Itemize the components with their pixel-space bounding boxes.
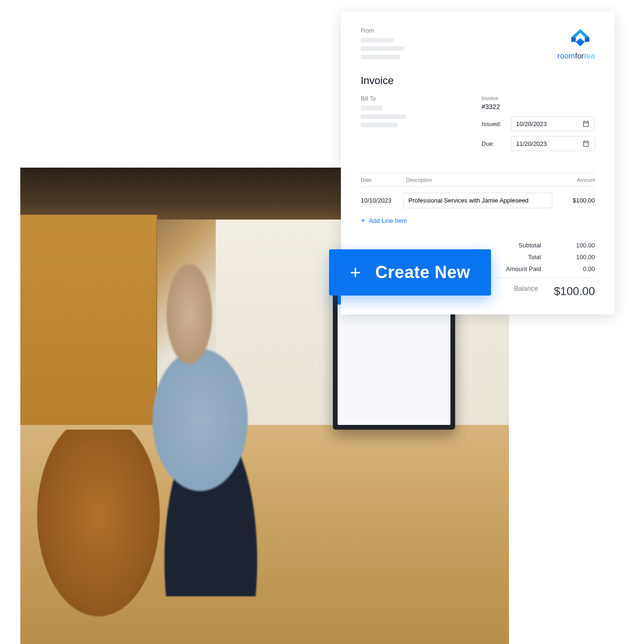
billto-skeleton-line [361, 114, 406, 119]
issued-date-value: 10/20/2023 [516, 120, 547, 127]
invoice-number: #3322 [482, 103, 595, 110]
due-label: Due: [482, 140, 505, 147]
invoice-title: Invoice [361, 75, 595, 87]
calendar-icon [582, 120, 590, 127]
brand-logo-icon [566, 27, 595, 50]
line-item-row: 10/10/2023 $100.00 [361, 187, 595, 214]
billto-skeleton-line [361, 123, 398, 127]
line-item-description-input[interactable] [403, 193, 552, 208]
calendar-icon [582, 140, 590, 147]
col-description-header: Description [403, 177, 552, 183]
from-skeleton-line [361, 38, 394, 42]
from-label: From [361, 27, 404, 34]
issued-date-input[interactable]: 10/20/2023 [511, 116, 595, 131]
billto-label: Bill To [361, 95, 463, 102]
due-date-input[interactable]: 11/20/2023 [511, 136, 595, 151]
line-item-date: 10/10/2023 [361, 197, 403, 204]
create-new-button[interactable]: + Create New [329, 249, 491, 296]
col-date-header: Date [361, 177, 403, 183]
add-line-item-label: Add Line Item [369, 217, 407, 224]
invoice-meta: Invoice #3322 Issued: 10/20/2023 Due: 11… [482, 95, 595, 156]
from-skeleton-line [361, 46, 404, 51]
issued-label: Issued: [482, 120, 505, 127]
svg-marker-3 [576, 38, 585, 46]
due-date-value: 11/20/2023 [516, 140, 547, 147]
line-item-amount: $100.00 [552, 197, 595, 204]
billto-block: Bill To [361, 95, 463, 156]
brand-name: roomfortea [558, 52, 595, 60]
total-value: 100.00 [557, 254, 595, 261]
from-block: From [361, 27, 404, 63]
billto-skeleton-line [361, 106, 382, 110]
create-new-label: Create New [375, 263, 470, 282]
from-skeleton-line [361, 55, 400, 59]
plus-icon: + [361, 217, 365, 224]
amount-paid-label: Amount Paid [489, 265, 541, 272]
total-label: Total [489, 254, 541, 261]
svg-marker-2 [585, 37, 590, 42]
balance-label: Balance [486, 285, 538, 298]
add-line-item-button[interactable]: + Add Line Item [361, 214, 407, 226]
brand-block: roomfortea [558, 27, 595, 60]
plus-icon: + [350, 263, 361, 282]
amount-paid-value: 0.00 [557, 265, 595, 272]
subtotal-label: Subtotal [489, 242, 541, 249]
line-items-header: Date Description Amount [361, 173, 595, 187]
photo-person [103, 244, 318, 596]
subtotal-value: 100.00 [557, 242, 595, 249]
svg-marker-0 [571, 29, 589, 37]
invoice-number-label: Invoice [482, 95, 595, 101]
col-amount-header: Amount [552, 177, 595, 183]
balance-value: $100.00 [554, 285, 595, 298]
svg-marker-1 [571, 37, 576, 42]
